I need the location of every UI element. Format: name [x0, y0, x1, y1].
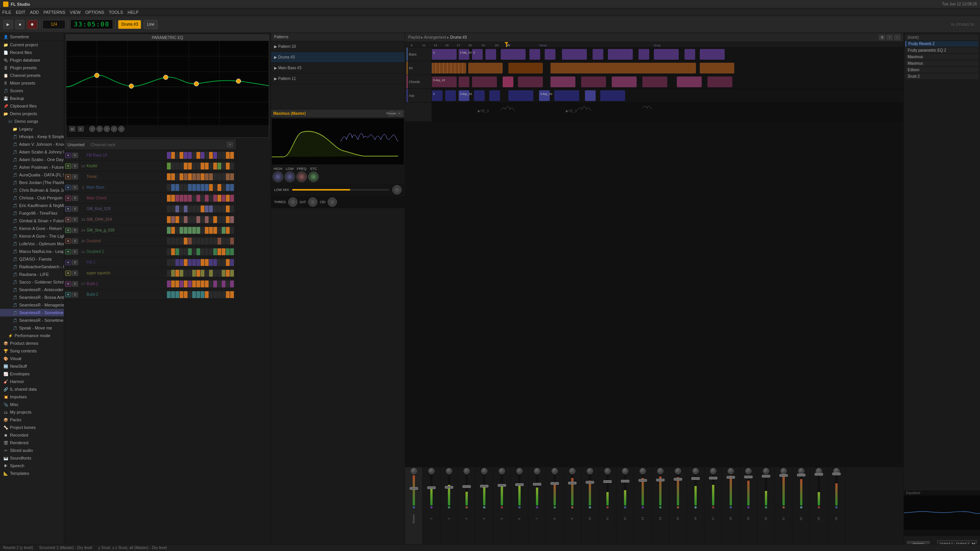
step-4-3[interactable]: [180, 195, 183, 202]
mixer-channel-11[interactable]: 11: [599, 467, 616, 551]
mix-color-btn-19[interactable]: [747, 506, 750, 509]
sidebar-item-newstuff[interactable]: 🆕NewStuff: [0, 362, 64, 370]
sidebar-item-beni-jordan-(the-flashbulb)---[interactable]: 🎵Beni Jordan (The Flashbulb) - Cassette …: [0, 179, 64, 186]
step-0-0[interactable]: [167, 152, 171, 159]
sidebar-item-backup[interactable]: 💾Backup: [0, 95, 64, 102]
step-10-13[interactable]: [222, 259, 225, 266]
step-1-7[interactable]: [196, 163, 200, 170]
step-4-12[interactable]: [217, 195, 221, 202]
mix-fader-handle-21[interactable]: [779, 474, 788, 477]
mix-send-knob-7[interactable]: [534, 468, 540, 474]
mixer-channel-Master[interactable]: Master: [405, 467, 423, 551]
step-7-14[interactable]: [226, 227, 230, 234]
sidebar-item-adam-szabo-&-johnny-norberg---[interactable]: 🎵Adam Szabo & Johnny Norberg - Wanna Be: [0, 148, 64, 156]
ch-solo-3[interactable]: S: [72, 185, 78, 190]
ch-mute-12[interactable]: ●: [65, 281, 71, 287]
ch-solo-7[interactable]: S: [72, 228, 78, 233]
step-2-6[interactable]: [192, 173, 196, 180]
step-11-0[interactable]: [167, 270, 171, 277]
mix-color-btn-7[interactable]: [536, 506, 538, 509]
ch-mute-10[interactable]: ●: [65, 260, 71, 265]
mix-send-knob-15[interactable]: [675, 468, 681, 474]
ch-mute-3[interactable]: ●: [65, 185, 71, 190]
sidebar-item-product-demos[interactable]: 📦Product demos: [0, 339, 64, 347]
sidebar-item-hhoops---keep-it-simple---2015[interactable]: 🎵Hhoops - Keep It Simple - 2015: [0, 133, 64, 140]
sidebar-item-performance-mode[interactable]: ⚡Performance mode: [0, 332, 64, 339]
step-10-9[interactable]: [205, 259, 209, 266]
maximus-freq-knob[interactable]: [296, 171, 307, 182]
step-13-3[interactable]: [180, 291, 183, 298]
step-11-3[interactable]: [180, 270, 183, 277]
step-8-4[interactable]: [184, 238, 188, 245]
mix-color-btn-2[interactable]: [448, 506, 450, 509]
mix-fader-handle-23[interactable]: [815, 473, 823, 476]
ch-mute-11[interactable]: ●: [65, 271, 71, 276]
mix-fader-handle-4[interactable]: [480, 485, 488, 487]
sidebar-item-channel-presets[interactable]: 📋Channel presets: [0, 72, 64, 79]
step-8-15[interactable]: [230, 238, 234, 245]
step-9-0[interactable]: [167, 248, 171, 255]
eq-compare-btn[interactable]: C: [78, 126, 84, 132]
mix-color-btn-16[interactable]: [694, 506, 697, 509]
step-2-9[interactable]: [205, 173, 209, 180]
step-8-2[interactable]: [175, 238, 179, 245]
mixer-channel-10[interactable]: 10: [581, 467, 599, 551]
step-1-10[interactable]: [209, 163, 213, 170]
step-3-10[interactable]: [209, 184, 213, 191]
step-4-5[interactable]: [188, 195, 192, 202]
fx-reverb2[interactable]: Fruity Reverb 2: [905, 41, 978, 47]
step-2-12[interactable]: [217, 173, 221, 180]
step-7-4[interactable]: [184, 227, 188, 234]
step-7-13[interactable]: [222, 227, 225, 234]
sidebar-item-recorded[interactable]: ⏺Recorded: [0, 431, 64, 439]
maximus-lowmix-knob[interactable]: [392, 185, 402, 194]
step-10-0[interactable]: [167, 259, 171, 266]
step-0-12[interactable]: [217, 152, 221, 159]
toolbar-play[interactable]: ▶: [3, 20, 13, 29]
step-8-12[interactable]: [217, 238, 221, 245]
step-12-4[interactable]: [184, 280, 188, 287]
mix-color-btn-4[interactable]: [483, 506, 485, 509]
step-9-13[interactable]: [222, 248, 225, 255]
mixer-channel-19[interactable]: 19: [740, 467, 757, 551]
sidebar-item-misc[interactable]: 📎Misc: [0, 401, 64, 408]
channel-row-gm_ohh_014[interactable]: ● S 23 GM_OHH_014: [64, 214, 236, 225]
step-13-2[interactable]: [175, 291, 179, 298]
step-2-13[interactable]: [222, 173, 225, 180]
sidebar-item-envelopes[interactable]: 📈Envelopes: [0, 370, 64, 378]
mix-send-knob-8[interactable]: [552, 468, 558, 474]
step-0-15[interactable]: [230, 152, 234, 159]
step-0-10[interactable]: [209, 152, 213, 159]
step-11-14[interactable]: [226, 270, 230, 277]
channel-row-main-chord[interactable]: ● S Main Chord: [64, 193, 236, 204]
step-2-11[interactable]: [213, 173, 217, 180]
step-7-5[interactable]: [188, 227, 192, 234]
step-4-11[interactable]: [213, 195, 217, 202]
step-8-3[interactable]: [180, 238, 183, 245]
mixer-channel-2[interactable]: 2: [440, 467, 458, 551]
sidebar-item-seamlessr---menagerie[interactable]: 🎵SeamlessR - Menagerie: [0, 301, 64, 309]
sidebar-item-kieron-a-gore---the-light[interactable]: 🎵Kieron A Gore - The Light: [0, 232, 64, 240]
step-4-1[interactable]: [171, 195, 175, 202]
step-12-3[interactable]: [180, 280, 183, 287]
mix-fader-handle-20[interactable]: [762, 475, 770, 478]
step-13-7[interactable]: [196, 291, 200, 298]
mix-fader-handle-3[interactable]: [462, 485, 471, 488]
channel-row-tronic[interactable]: ● S Tronic: [64, 171, 236, 182]
mix-fader-handle-13[interactable]: [639, 479, 647, 482]
mix-color-btn-23[interactable]: [818, 506, 820, 509]
step-0-8[interactable]: [201, 152, 204, 159]
mix-fader-handle-5[interactable]: [498, 484, 506, 487]
sidebar-item-song-contests[interactable]: 🏆Song contests: [0, 347, 64, 355]
mixer-channel-1[interactable]: 1: [423, 467, 440, 551]
step-2-3[interactable]: [180, 173, 183, 180]
maximus-thres-knob[interactable]: [288, 197, 297, 207]
menu-help[interactable]: HELP: [127, 10, 139, 15]
maximus-lowmix-slider[interactable]: [292, 189, 389, 191]
step-13-15[interactable]: [230, 291, 234, 298]
eq-knob-3[interactable]: [104, 126, 110, 132]
sidebar-item-adam-v.-johnson---knocked-out[interactable]: 🎵Adam V. Johnson - Knocked Out: [0, 140, 64, 148]
step-3-11[interactable]: [213, 184, 217, 191]
ch-mute-7[interactable]: ●: [65, 228, 71, 233]
step-6-2[interactable]: [175, 216, 179, 223]
